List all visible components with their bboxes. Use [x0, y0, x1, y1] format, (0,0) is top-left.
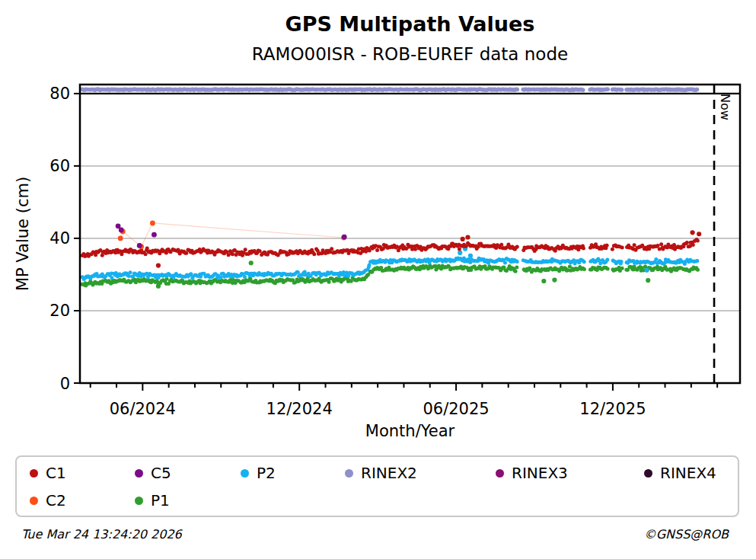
gridlines: [80, 94, 740, 311]
legend-label: C5: [151, 464, 171, 482]
legend-label: RINEX2: [361, 464, 417, 482]
x-tick-label: 12/2025: [579, 400, 646, 418]
y-axis-label: MP Value (cm): [14, 177, 32, 291]
c5-color-dot: [135, 469, 143, 478]
x-tick-label: 06/2024: [110, 400, 176, 418]
legend-label: P1: [151, 491, 170, 509]
legend-item-c5: C5: [135, 463, 171, 483]
legend-label: C2: [46, 491, 66, 509]
y-tick-label: 20: [49, 302, 70, 320]
now-line-label: Now: [718, 94, 732, 120]
legend-box: C1C5P2RINEX2RINEX3RINEX4C2P1: [15, 455, 739, 517]
rinex2-color-dot: [345, 469, 353, 478]
plot-timestamp: Tue Mar 24 13:24:20 2026: [21, 527, 182, 541]
legend-item-rinex2: RINEX2: [345, 463, 417, 483]
legend-item-c1: C1: [30, 463, 66, 483]
y-tick-label: 0: [60, 375, 70, 393]
y-tick-label: 40: [49, 229, 70, 248]
chart-subtitle: RAMO00ISR - ROB-EUREF data node: [80, 44, 740, 64]
plot-frame: [80, 85, 740, 383]
legend-item-p2: P2: [241, 463, 276, 483]
c1-color-dot: [30, 469, 38, 478]
legend-item-p1: P1: [135, 490, 170, 510]
c2-color-dot: [30, 497, 38, 505]
legend-label: RINEX3: [512, 464, 568, 482]
legend-item-rinex4: RINEX4: [644, 463, 716, 483]
copyright-label: ©GNSS@ROB: [644, 527, 729, 541]
y-tick-label: 80: [49, 85, 70, 103]
legend-label: C1: [46, 464, 66, 482]
p1-color-dot: [135, 497, 143, 505]
x-tick-label: 06/2025: [423, 400, 489, 418]
series-RINEX2: [80, 87, 699, 92]
x-axis-label: Month/Year: [80, 422, 740, 440]
rinex3-color-dot: [496, 469, 504, 478]
gps-multipath-figure: 02040608006/202412/202406/202512/2025 GP…: [0, 0, 756, 559]
chart-title: GPS Multipath Values: [80, 12, 740, 36]
legend-label: RINEX4: [660, 464, 716, 482]
x-tick-label: 12/2024: [266, 400, 333, 418]
rinex4-color-dot: [644, 469, 652, 478]
legend-item-rinex3: RINEX3: [496, 463, 568, 483]
y-tick-label: 60: [49, 157, 70, 175]
p2-color-dot: [241, 469, 249, 478]
legend-item-c2: C2: [30, 490, 66, 510]
legend-label: P2: [257, 464, 276, 482]
